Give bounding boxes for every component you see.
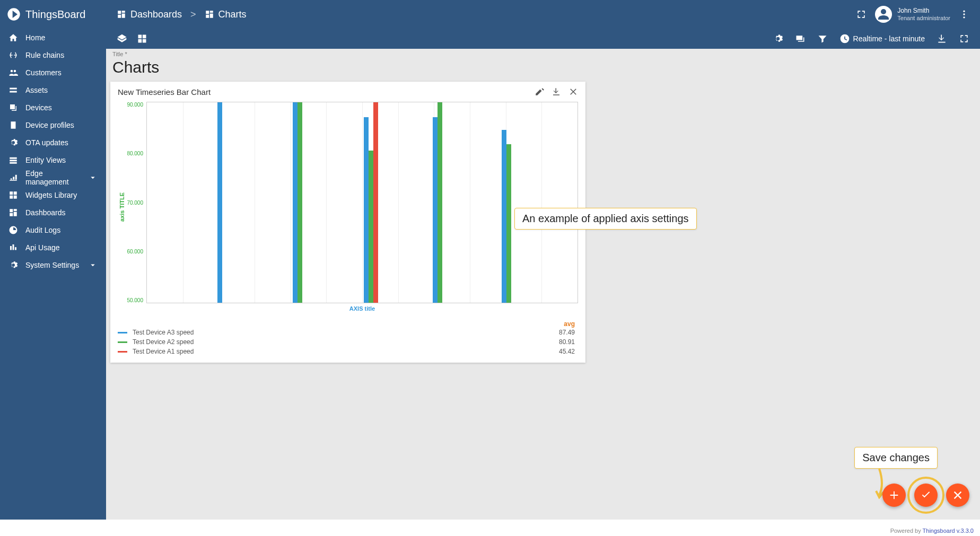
nav-label: Rule chains (25, 51, 64, 59)
edit-icon[interactable] (535, 87, 544, 96)
nav-icon (8, 208, 18, 217)
sidebar-item-ota-updates[interactable]: OTA updates (0, 134, 106, 151)
dashboard-icon (205, 10, 214, 19)
nav-icon (8, 50, 18, 60)
close-widget-icon[interactable] (568, 87, 578, 96)
sidebar-item-customers[interactable]: Customers (0, 64, 106, 81)
legend-avg-header: avg (118, 320, 578, 328)
nav-label: Edge management (25, 169, 81, 186)
bar (293, 102, 298, 303)
legend-name: Test Device A1 speed (133, 348, 194, 355)
nav-label: Home (25, 33, 45, 42)
logo[interactable]: ThingsBoard (0, 0, 106, 29)
nav-label: Devices (25, 103, 52, 112)
sidebar-item-device-profiles[interactable]: Device profiles (0, 116, 106, 134)
bar (502, 130, 506, 303)
nav-icon (8, 225, 18, 235)
topbar: Dashboards > Charts John Smith Tenant ad… (106, 0, 980, 29)
bar (373, 102, 378, 303)
brand-text: ThingsBoard (25, 8, 85, 21)
content-area: Title * Charts New Timeseries Bar Chart … (106, 49, 980, 520)
user-menu[interactable]: John Smith Tenant administrator (875, 6, 950, 23)
avatar (875, 6, 892, 23)
legend-swatch (118, 332, 127, 333)
callout-axis: An example of applied axis settings (514, 208, 697, 230)
add-fab[interactable] (882, 484, 906, 507)
download-icon[interactable] (937, 33, 947, 44)
download-widget-icon[interactable] (552, 87, 561, 96)
nav-label: Assets (25, 86, 48, 94)
chevron-down-icon (88, 260, 98, 270)
legend-avg: 87.49 (559, 329, 578, 336)
bar (298, 102, 302, 303)
legend-swatch (118, 341, 127, 343)
nav-icon (8, 103, 18, 112)
fullscreen-icon[interactable] (856, 9, 867, 20)
breadcrumb: Dashboards > Charts (117, 9, 247, 20)
sidebar-item-api-usage[interactable]: Api Usage (0, 239, 106, 256)
nav-label: System Settings (25, 261, 79, 269)
nav-icon (8, 138, 18, 147)
plot-area (146, 102, 578, 303)
expand-icon[interactable] (959, 33, 969, 44)
filter-icon[interactable] (817, 33, 828, 44)
nav-label: Device profiles (25, 121, 74, 129)
legend-name: Test Device A2 speed (133, 338, 194, 346)
footer-prefix: Powered by (890, 528, 923, 534)
user-role: Tenant administrator (897, 15, 950, 22)
legend-row[interactable]: Test Device A2 speed80.91 (118, 337, 578, 347)
nav-icon (8, 155, 18, 165)
sidebar-item-home[interactable]: Home (0, 29, 106, 46)
nav-label: Dashboards (25, 208, 66, 217)
sidebar-item-assets[interactable]: Assets (0, 81, 106, 99)
sidebar-item-devices[interactable]: Devices (0, 99, 106, 116)
breadcrumb-root[interactable]: Dashboards (117, 9, 182, 20)
nav-icon (8, 173, 18, 182)
widget-title: New Timeseries Bar Chart (118, 87, 211, 96)
sidebar-item-edge-management[interactable]: Edge management (0, 169, 106, 186)
page-title[interactable]: Charts (110, 57, 976, 82)
footer: Powered by Thingsboard v.3.3.0 (890, 528, 974, 534)
legend: avg Test Device A3 speed87.49Test Device… (110, 317, 585, 363)
user-name: John Smith (897, 7, 950, 14)
footer-link[interactable]: Thingsboard v.3.3.0 (923, 528, 974, 534)
sidebar-item-widgets-library[interactable]: Widgets Library (0, 186, 106, 204)
save-fab[interactable] (914, 484, 938, 507)
dashboard-icon (117, 10, 126, 19)
legend-avg: 45.42 (559, 348, 578, 355)
bar (433, 117, 438, 303)
time-selector[interactable]: Realtime - last minute (839, 33, 925, 44)
entity-alias-icon[interactable] (795, 33, 806, 44)
grid-layout-icon[interactable] (137, 33, 147, 44)
bar (506, 144, 511, 303)
legend-row[interactable]: Test Device A3 speed87.49 (118, 328, 578, 337)
sidebar-item-rule-chains[interactable]: Rule chains (0, 46, 106, 64)
nav-label: Entity Views (25, 156, 66, 164)
fab-row (882, 484, 969, 507)
breadcrumb-current[interactable]: Charts (205, 9, 247, 20)
x-axis-title: AXIS title (146, 303, 578, 312)
nav-icon (8, 120, 18, 130)
breadcrumb-root-label: Dashboards (130, 9, 182, 20)
layers-icon[interactable] (117, 33, 127, 44)
legend-name: Test Device A3 speed (133, 329, 194, 336)
settings-icon[interactable] (773, 33, 783, 44)
legend-row[interactable]: Test Device A1 speed45.42 (118, 347, 578, 356)
nav-label: Audit Logs (25, 226, 60, 234)
breadcrumb-current-label: Charts (218, 9, 247, 20)
sidebar-item-audit-logs[interactable]: Audit Logs (0, 221, 106, 239)
nav-icon (8, 260, 18, 270)
y-axis-title: axis TITLE (118, 102, 125, 312)
chevron-down-icon (88, 173, 98, 182)
breadcrumb-sep: > (190, 9, 196, 20)
check-icon (920, 489, 932, 501)
svg-point-2 (963, 16, 965, 18)
nav-label: Widgets Library (25, 191, 77, 199)
cancel-fab[interactable] (946, 484, 969, 507)
clock-icon (839, 33, 850, 44)
sidebar-item-system-settings[interactable]: System Settings (0, 256, 106, 274)
sidebar-item-entity-views[interactable]: Entity Views (0, 151, 106, 169)
more-icon[interactable] (959, 9, 969, 20)
thingsboard-logo-icon (6, 7, 21, 22)
sidebar-item-dashboards[interactable]: Dashboards (0, 204, 106, 221)
